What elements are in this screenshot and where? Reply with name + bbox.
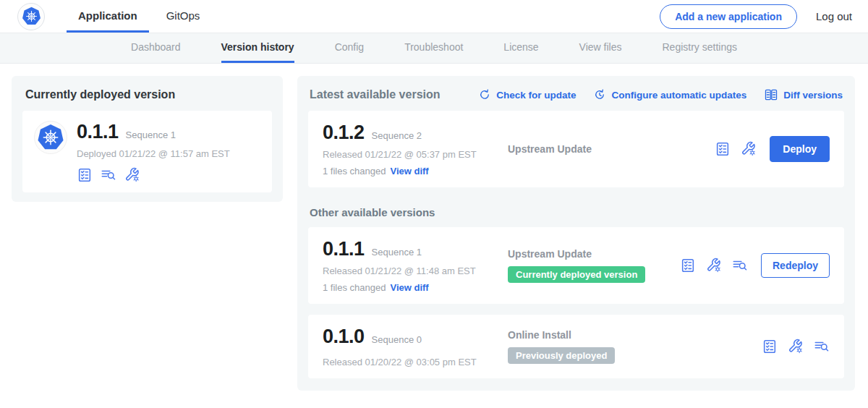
subnav-tab-troubleshoot[interactable]: Troubleshoot xyxy=(404,33,463,63)
deployed-icon-row xyxy=(77,167,230,183)
view-diff-link[interactable]: View diff xyxy=(390,282,428,293)
version-number: 0.1.1 xyxy=(323,238,365,260)
add-new-application-button[interactable]: Add a new application xyxy=(660,4,797,29)
check-for-update-label: Check for update xyxy=(496,90,576,101)
app-icon-kubernetes xyxy=(34,121,67,154)
version-source: Upstream Update xyxy=(508,248,592,260)
currently-deployed-badge: Currently deployed version xyxy=(508,266,645,283)
deployed-timestamp: Deployed 01/21/22 @ 11:57 am EST xyxy=(77,148,230,159)
version-actions: Check for update Configure automatic upd… xyxy=(478,88,843,102)
header-right: Add a new application Log out xyxy=(660,0,852,33)
subnav-tab-license[interactable]: License xyxy=(503,33,538,63)
header-tabs: Application GitOps xyxy=(67,0,211,33)
release-notes-icon[interactable] xyxy=(762,339,778,354)
deployed-sequence: Sequence 1 xyxy=(126,129,176,140)
other-versions-title: Other available versions xyxy=(310,206,843,218)
tab-gitops[interactable]: GitOps xyxy=(155,0,212,33)
version-released: Released 01/21/22 @ 05:37 pm EST xyxy=(323,149,508,160)
logout-button[interactable]: Log out xyxy=(816,10,852,22)
tab-gitops-label: GitOps xyxy=(166,9,200,22)
currently-deployed-title: Currently deployed version xyxy=(25,88,272,101)
deployed-version-number: 0.1.1 xyxy=(77,121,119,143)
diff-icon xyxy=(764,88,778,102)
version-row-actions: Redeploy xyxy=(680,253,830,278)
subnav-tab-registry-settings[interactable]: Registry settings xyxy=(663,33,737,63)
refresh-icon xyxy=(478,88,491,101)
version-row-0-1-2: 0.1.2 Sequence 2 Released 01/21/22 @ 05:… xyxy=(308,111,844,187)
schedule-icon xyxy=(593,88,606,101)
config-icon[interactable] xyxy=(706,258,722,273)
version-row-0-1-0: 0.1.0 Sequence 0 Released 01/20/22 @ 03:… xyxy=(308,315,844,378)
logs-icon[interactable] xyxy=(732,258,748,273)
latest-version-title: Latest available version xyxy=(310,88,441,101)
config-icon[interactable] xyxy=(788,339,804,354)
kubernetes-logo xyxy=(17,3,45,30)
version-sequence: Sequence 2 xyxy=(372,130,422,141)
release-notes-icon[interactable] xyxy=(77,167,93,183)
version-source: Upstream Update xyxy=(508,143,592,155)
version-row-actions: Deploy xyxy=(715,136,830,162)
version-row-actions xyxy=(762,339,830,354)
check-for-update-link[interactable]: Check for update xyxy=(478,88,576,101)
redeploy-button[interactable]: Redeploy xyxy=(761,253,830,278)
subnav-tab-dashboard[interactable]: Dashboard xyxy=(131,33,181,63)
subnav-tab-version-history[interactable]: Version history xyxy=(221,33,294,63)
files-changed: 1 files changed xyxy=(323,282,386,293)
configure-automatic-updates-label: Configure automatic updates xyxy=(611,90,746,101)
config-icon[interactable] xyxy=(741,141,757,157)
subnav-tab-config[interactable]: Config xyxy=(335,33,364,63)
tab-application[interactable]: Application xyxy=(67,0,149,33)
version-history-panel: Latest available version Check for updat… xyxy=(297,76,855,391)
logs-icon[interactable] xyxy=(814,339,830,354)
version-sequence: Sequence 0 xyxy=(372,334,422,345)
configure-automatic-updates-link[interactable]: Configure automatic updates xyxy=(593,88,746,101)
main-content: Currently deployed version 0.1.1 Sequenc… xyxy=(0,64,868,391)
config-icon[interactable] xyxy=(124,167,140,183)
diff-versions-link[interactable]: Diff versions xyxy=(764,88,843,102)
version-sequence: Sequence 1 xyxy=(372,247,422,258)
diff-versions-label: Diff versions xyxy=(783,90,843,101)
version-released: Released 01/20/22 @ 03:05 pm EST xyxy=(323,357,508,367)
version-number: 0.1.0 xyxy=(323,326,365,348)
version-released: Released 01/21/22 @ 11:48 am EST xyxy=(323,265,508,276)
release-notes-icon[interactable] xyxy=(680,258,696,273)
tab-application-label: Application xyxy=(78,9,137,22)
previously-deployed-badge: Previously deployed xyxy=(508,347,615,364)
version-number: 0.1.2 xyxy=(323,122,365,144)
deployed-version-card: 0.1.1 Sequence 1 Deployed 01/21/22 @ 11:… xyxy=(22,111,272,192)
app-subnav: Dashboard Version history Config Trouble… xyxy=(0,33,868,64)
logs-icon[interactable] xyxy=(101,167,116,183)
view-diff-link[interactable]: View diff xyxy=(390,166,428,177)
version-row-0-1-1: 0.1.1 Sequence 1 Released 01/21/22 @ 11:… xyxy=(308,227,844,304)
version-source: Online Install xyxy=(508,329,571,341)
app-header: Application GitOps Add a new application… xyxy=(0,0,868,33)
release-notes-icon[interactable] xyxy=(715,141,731,157)
deploy-button[interactable]: Deploy xyxy=(770,136,830,162)
currently-deployed-panel: Currently deployed version 0.1.1 Sequenc… xyxy=(12,76,283,202)
subnav-tab-view-files[interactable]: View files xyxy=(579,33,622,63)
files-changed: 1 files changed xyxy=(323,166,386,177)
